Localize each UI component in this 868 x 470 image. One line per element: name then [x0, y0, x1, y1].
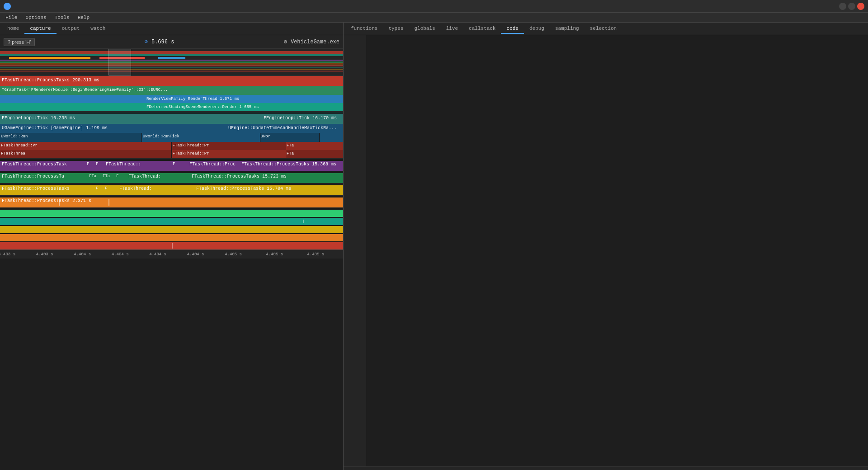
ftask-sub-3[interactable]: FTa	[286, 142, 343, 150]
time-tick-5: 4.404 s	[149, 252, 166, 257]
thread-group-1: FTaskThread::ProcessTasks 290.313 ms TGr…	[0, 76, 343, 112]
minimize-button[interactable]	[839, 3, 846, 10]
tab-live[interactable]: live	[441, 24, 463, 34]
timeline-minimap[interactable]	[0, 49, 343, 76]
time-tick-9: 4.405 s	[307, 252, 324, 257]
tab-home[interactable]: home	[2, 24, 24, 34]
time-tick-7: 4.405 s	[225, 252, 242, 257]
thread-green-main[interactable]: FTaskThread::ProcesssTa FTa FTa F FTaskT…	[0, 173, 343, 183]
code-tabs: functions types globals live callstack c…	[344, 23, 868, 35]
uworld-run[interactable]: UWorld::Run	[0, 133, 142, 142]
profiler-tabs: home capture output watch	[0, 23, 343, 35]
ftask-sub-1[interactable]: FTaskThread::Pr	[0, 142, 172, 150]
help-label: press 'H'	[12, 39, 31, 45]
menu-help[interactable]: Help	[74, 14, 93, 21]
time-display: 5.696 s	[151, 39, 174, 45]
uwor[interactable]: UWor	[260, 133, 320, 142]
window-controls	[839, 3, 864, 10]
help-icon: ?	[8, 39, 10, 45]
thread-group-2: FEngineLoop::Tick 16.235 ms FEngineLoop:…	[0, 112, 343, 159]
thread-thin-5[interactable]	[0, 242, 343, 249]
thread-group-4: FTaskThread::ProcesssTa FTa FTa F FTaskT…	[0, 171, 343, 183]
menu-file[interactable]: File	[2, 14, 21, 21]
tab-globals[interactable]: globals	[409, 24, 440, 34]
tab-debug[interactable]: debug	[524, 24, 550, 34]
tab-watch[interactable]: watch	[85, 24, 111, 34]
main-layout: home capture output watch ? press 'H' ⊙ …	[0, 23, 868, 470]
thread-track-fengineloop-left[interactable]: FEngineLoop::Tick 16.235 ms FEngineLoop:…	[0, 114, 343, 124]
tab-output[interactable]: output	[57, 24, 85, 34]
tab-selection[interactable]: selection	[585, 24, 622, 34]
thread-track-tgraph[interactable]: TGraphTask<`FRendererModule::BeginRender…	[0, 86, 343, 95]
thread-thin-1[interactable]	[0, 210, 343, 217]
help-button[interactable]: ? press 'H'	[4, 38, 35, 46]
code-view[interactable]	[344, 35, 868, 466]
tab-functions[interactable]: functions	[345, 24, 383, 34]
time-tick-2: 4.403 s	[36, 252, 53, 257]
thread-thin-4[interactable]	[0, 234, 343, 241]
time-tick-1: 4.403 s	[0, 252, 15, 257]
thread-group-3: FTaskThread::ProcessTask F F FTaskThread…	[0, 159, 343, 171]
thread-track-ftask-sub: FTaskThread::Pr FTaskThread::Pr FTa	[0, 142, 343, 150]
thread-track-ftask-top[interactable]: FTaskThread::ProcessTasks 290.313 ms	[0, 76, 343, 86]
thread-group-5: FTaskThread::ProcessTasks F F FTaskThrea…	[0, 183, 343, 196]
exe-icon: ⚙	[284, 38, 287, 45]
thread-yellow-main[interactable]: FTaskThread::ProcessTasks F F FTaskThrea…	[0, 185, 343, 195]
thread-track-ftask-sub2: FTaskThrea FTaskThread::Pr FTa	[0, 150, 343, 158]
ftask-sub2-3[interactable]: FTa	[286, 150, 343, 158]
ftask-sub2-1[interactable]: FTaskThrea	[0, 150, 172, 158]
code-content[interactable]	[366, 35, 868, 466]
title-bar	[0, 0, 868, 13]
time-tick-8: 4.405 s	[266, 252, 283, 257]
menu-options[interactable]: Options	[22, 14, 50, 21]
app-icon	[4, 3, 11, 10]
code-panel: functions types globals live callstack c…	[344, 23, 868, 470]
ftask-sub2-2[interactable]: FTaskThread::Pr	[172, 150, 286, 158]
thread-track-ugameengine[interactable]: UGameEngine::Tick [GameEngine] 1.199 ms …	[0, 124, 343, 133]
thread-track-deferred[interactable]: FDeferredShadingSceneRenderer::Render 1.…	[0, 103, 343, 111]
time-tick-3: 4.404 s	[74, 252, 91, 257]
uworld-runtick[interactable]: UWorld::RunTick	[142, 133, 260, 142]
profiler-toolbar: ? press 'H' ⊙ 5.696 s ⚙ VehicleGame.exe	[0, 35, 343, 49]
time-tick-4: 4.404 s	[112, 252, 129, 257]
thread-group-6: FTaskThread::ProcessTasks 2.371 s	[0, 196, 343, 208]
line-numbers	[344, 35, 366, 466]
exe-display: VehicleGame.exe	[291, 39, 340, 45]
time-tick-6: 4.404 s	[187, 252, 204, 257]
thread-thin-2[interactable]	[0, 218, 343, 225]
profiler-panel: home capture output watch ? press 'H' ⊙ …	[0, 23, 344, 470]
menu-tools[interactable]: Tools	[51, 14, 73, 21]
profiler-content[interactable]: FTaskThread::ProcessTasks 290.313 ms TGr…	[0, 49, 343, 470]
maximize-button[interactable]	[848, 3, 855, 10]
tab-types[interactable]: types	[383, 24, 409, 34]
time-ruler: 4.403 s 4.403 s 4.404 s 4.404 s 4.404 s …	[0, 249, 343, 258]
tab-code[interactable]: code	[501, 24, 524, 34]
uworld-small[interactable]	[320, 133, 343, 142]
thread-track-uworld-row: UWorld::Run UWorld::RunTick UWor	[0, 133, 343, 142]
thread-track-renderview[interactable]: RenderViewFamily_RenderThread 1.671 ms	[0, 95, 343, 103]
tab-callstack[interactable]: callstack	[463, 24, 501, 34]
thread-thin-3[interactable]	[0, 226, 343, 233]
close-button[interactable]	[857, 3, 864, 10]
thread-orange-main[interactable]: FTaskThread::ProcessTasks 2.371 s	[0, 197, 343, 207]
time-icon: ⊙	[145, 38, 148, 45]
tab-capture[interactable]: capture	[24, 24, 56, 34]
tab-sampling[interactable]: sampling	[550, 24, 585, 34]
ftask-sub-2[interactable]: FTaskThread::Pr	[172, 142, 286, 150]
menu-bar: File Options Tools Help	[0, 13, 868, 23]
code-scrollbar[interactable]	[344, 466, 868, 470]
thread-purple-main[interactable]: FTaskThread::ProcessTask F F FTaskThread…	[0, 161, 343, 171]
